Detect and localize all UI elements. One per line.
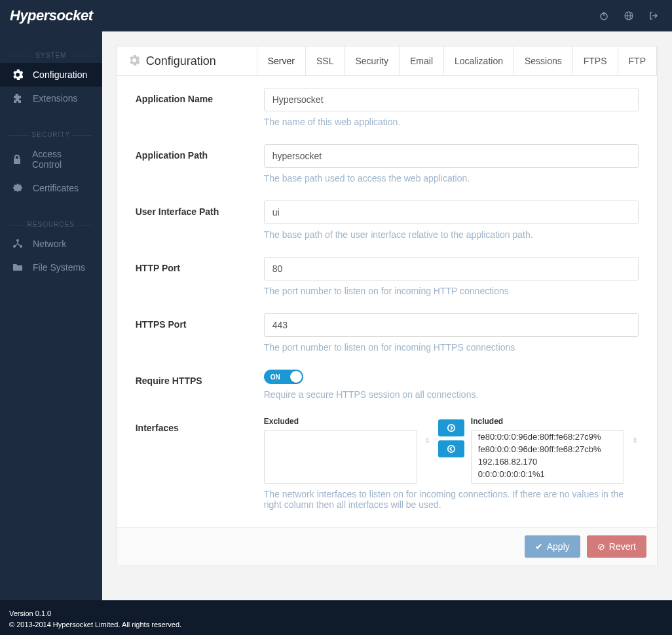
globe-icon[interactable]: [624, 10, 634, 21]
included-header: Included: [471, 417, 624, 426]
input-ui-path[interactable]: [264, 201, 639, 224]
tabs: ServerSSLSecurityEmailLocalizationSessio…: [257, 47, 657, 75]
content-area: Configuration ServerSSLSecurityEmailLoca…: [102, 31, 672, 600]
help-https-port: The port number to listen on for incomin…: [264, 342, 639, 353]
folder-icon: [12, 262, 24, 273]
apply-button[interactable]: ✔ Apply: [525, 535, 580, 558]
label-app-name: Application Name: [136, 88, 264, 104]
help-http-port: The port number to listen on for incomin…: [264, 286, 639, 296]
revert-button[interactable]: ⊘ Revert: [587, 535, 646, 558]
sidebar-item-certificates[interactable]: Certificates: [0, 176, 102, 200]
label-interfaces: Interfaces: [136, 417, 264, 433]
list-item[interactable]: 0:0:0:0:0:0:0:1%1: [472, 468, 624, 480]
top-header: Hypersocket: [0, 0, 672, 31]
tab-ssl[interactable]: SSL: [306, 47, 345, 75]
field-require-https: Require HTTPS ON Require a secure HTTPS …: [136, 370, 639, 400]
toggle-require-https[interactable]: ON: [264, 370, 303, 384]
sidebar-item-label: Access Control: [32, 149, 90, 170]
drag-handle-icon[interactable]: ⇕: [631, 417, 639, 445]
move-left-button[interactable]: [438, 440, 464, 457]
field-app-path: Application Path The base path used to a…: [136, 144, 639, 183]
field-interfaces: Interfaces Excluded ⇕: [136, 417, 639, 510]
excluded-header: Excluded: [264, 417, 417, 426]
toggle-on-label: ON: [264, 374, 280, 381]
tab-localization[interactable]: Localization: [444, 47, 514, 75]
check-icon: ✔: [535, 541, 543, 552]
power-icon[interactable]: [599, 10, 609, 21]
header-actions: [599, 10, 659, 21]
panel-footer: ✔ Apply ⊘ Revert: [117, 527, 657, 566]
gear-icon: [129, 55, 140, 67]
lock-icon: [12, 154, 23, 164]
field-https-port: HTTPS Port The port number to listen on …: [136, 313, 639, 353]
gear-icon: [12, 69, 24, 80]
help-app-name: The name of this web application.: [264, 117, 639, 127]
sidebar-item-label: Extensions: [33, 93, 77, 104]
sidebar-item-label: Certificates: [33, 183, 79, 193]
excluded-list[interactable]: [264, 430, 417, 484]
footer-version: Version 0.1.0: [9, 608, 663, 619]
input-app-name[interactable]: [264, 88, 639, 111]
label-app-path: Application Path: [136, 144, 264, 161]
tab-email[interactable]: Email: [400, 47, 444, 75]
sidebar-section-security: SECURITY: [0, 127, 102, 142]
logout-icon[interactable]: [648, 10, 659, 21]
input-https-port[interactable]: [264, 313, 639, 337]
config-panel: Configuration ServerSSLSecurityEmailLoca…: [117, 46, 658, 566]
panel-title: Configuration: [146, 54, 216, 68]
help-require-https: Require a secure HTTPS session on all co…: [264, 389, 639, 400]
toggle-knob: [290, 371, 302, 383]
drag-handle-icon[interactable]: ⇕: [424, 417, 432, 445]
help-app-path: The base path used to access the web app…: [264, 173, 639, 183]
svg-point-9: [448, 425, 455, 432]
panel-header: Configuration ServerSSLSecurityEmailLoca…: [117, 47, 657, 76]
network-icon: [12, 239, 24, 249]
tab-ftp[interactable]: FTP: [618, 47, 657, 75]
label-http-port: HTTP Port: [136, 257, 264, 273]
field-ui-path: User Interface Path The base path of the…: [136, 201, 639, 240]
input-app-path[interactable]: [264, 144, 639, 168]
field-http-port: HTTP Port The port number to listen on f…: [136, 257, 639, 296]
puzzle-icon: [12, 93, 24, 104]
help-ui-path: The base path of the user interface rela…: [264, 229, 639, 240]
field-app-name: Application Name The name of this web ap…: [136, 88, 639, 127]
sidebar-item-extensions[interactable]: Extensions: [0, 87, 102, 110]
label-ui-path: User Interface Path: [136, 201, 264, 217]
label-require-https: Require HTTPS: [136, 370, 264, 386]
sidebar-item-label: Configuration: [33, 69, 87, 80]
tab-ftps[interactable]: FTPS: [573, 47, 618, 75]
sidebar-item-label: File Systems: [33, 262, 85, 273]
label-https-port: HTTPS Port: [136, 313, 264, 330]
sidebar-item-configuration[interactable]: Configuration: [0, 63, 102, 87]
sidebar-item-access-control[interactable]: Access Control: [0, 142, 102, 176]
list-item[interactable]: 192.168.82.170: [472, 455, 624, 468]
brand-logo: Hypersocket: [10, 7, 93, 24]
ban-icon: ⊘: [597, 541, 605, 552]
list-item[interactable]: fe80:0:0:0:96de:80ff:fe68:27cb%: [472, 443, 624, 455]
sidebar-item-file-systems[interactable]: File Systems: [0, 256, 102, 279]
revert-label: Revert: [609, 541, 636, 552]
included-list[interactable]: fe80:0:0:0:96de:80ff:fe68:27c9%fe80:0:0:…: [471, 430, 624, 484]
apply-label: Apply: [547, 541, 570, 552]
move-right-button[interactable]: [438, 419, 464, 436]
tab-server[interactable]: Server: [257, 47, 306, 75]
svg-point-6: [16, 239, 19, 242]
page-footer: Version 0.1.0 © 2013-2014 Hypersocket Li…: [0, 600, 672, 635]
tab-sessions[interactable]: Sessions: [514, 47, 573, 75]
input-http-port[interactable]: [264, 257, 639, 280]
svg-point-10: [448, 446, 455, 453]
help-interfaces: The network interfaces to listen on for …: [264, 489, 639, 510]
cert-icon: [12, 183, 24, 193]
dual-list: Excluded ⇕: [264, 417, 639, 484]
sidebar: SYSTEMConfigurationExtensionsSECURITYAcc…: [0, 31, 102, 600]
list-item[interactable]: fe80:0:0:0:96de:80ff:fe68:27c9%: [472, 431, 624, 443]
sidebar-item-network[interactable]: Network: [0, 232, 102, 256]
tab-security[interactable]: Security: [345, 47, 400, 75]
sidebar-item-label: Network: [33, 239, 66, 249]
footer-copyright: © 2013-2014 Hypersocket Limited. All rig…: [9, 619, 663, 630]
sidebar-section-resources: RESOURCES: [0, 217, 102, 232]
sidebar-section-system: SYSTEM: [0, 48, 102, 63]
